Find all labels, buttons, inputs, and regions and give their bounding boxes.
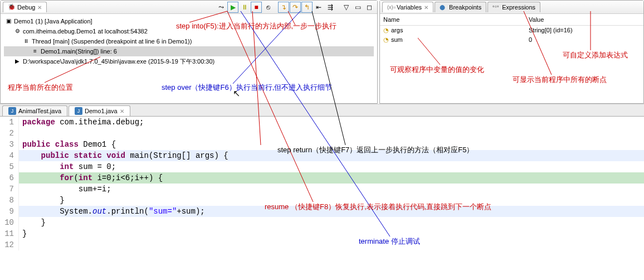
vm-icon: ⚙	[13, 27, 22, 36]
tab-variables[interactable]: Variables ✕	[382, 2, 433, 12]
mouse-cursor-icon: ↖	[233, 88, 240, 99]
breakpoints-icon	[440, 3, 447, 11]
step-into-button[interactable]: ↴	[278, 2, 289, 13]
tree-frame[interactable]: ≡Demo1.main(String[]) line: 6	[4, 46, 374, 56]
col-value-header[interactable]: Value	[529, 16, 640, 23]
tab-expressions[interactable]: Expressions	[487, 2, 540, 12]
java-file-icon: J	[8, 107, 16, 115]
thread-icon: ⏸	[22, 37, 31, 46]
maximize-button[interactable]: ◻	[364, 2, 375, 13]
debug-view: Debug ✕ ⤳ ▶ ⏸ ■ ⎋ ↴ ↷ ↰ ⇤ ⇶ ▽ ▭ ◻	[0, 0, 378, 104]
tab-debug-label: Debug	[17, 4, 35, 11]
step-over-button[interactable]: ↷	[290, 2, 301, 13]
tab-debug[interactable]: Debug ✕	[3, 2, 47, 12]
skip-breakpoints-button[interactable]: ⤳	[216, 2, 227, 13]
line-gutter: 123456789101112	[0, 117, 19, 250]
var-row[interactable]: ◔args String[0] (id=16)	[380, 26, 643, 35]
code-editor[interactable]: 123456789101112 package com.itheima.debu…	[0, 117, 644, 250]
resume-button[interactable]: ▶	[227, 2, 238, 13]
var-bullet-icon: ◔	[383, 36, 389, 43]
view-menu-button[interactable]: ▽	[340, 2, 352, 13]
tab-animaltest[interactable]: JAnimalTest.java	[2, 105, 67, 116]
debug-pane-header: Debug ✕ ⤳ ▶ ⏸ ■ ⎋ ↴ ↷ ↰ ⇤ ⇶ ▽ ▭ ◻	[1, 1, 377, 14]
tab-demo1[interactable]: JDemo1.java✕	[69, 105, 130, 116]
col-name-header[interactable]: Name	[383, 16, 529, 23]
close-icon[interactable]: ✕	[37, 4, 42, 11]
bug-icon	[8, 3, 16, 11]
debug-tree: ▣Demo1 (1) [Java Application] ⚙com.ithei…	[1, 14, 377, 69]
var-bullet-icon: ◔	[383, 27, 389, 33]
tree-thread[interactable]: ⏸Thread [main] (Suspended (breakpoint at…	[4, 36, 374, 46]
code-area[interactable]: package com.itheima.debug; public class …	[19, 117, 644, 250]
java-app-icon: ▣	[4, 17, 13, 26]
tab-expressions-label: Expressions	[502, 4, 535, 11]
tree-process[interactable]: ▶D:\workspace\Java\jdk1.7.0_45\bin\javaw…	[4, 56, 374, 66]
variables-view: Variables ✕ Breakpoints Expressions Name…	[379, 0, 644, 104]
close-icon[interactable]: ✕	[120, 108, 124, 114]
vars-pane-header: Variables ✕ Breakpoints Expressions	[380, 1, 643, 14]
terminate-button[interactable]: ■	[251, 2, 262, 13]
tab-breakpoints-label: Breakpoints	[449, 4, 481, 11]
minimize-button[interactable]: ▭	[352, 2, 363, 13]
editor-tabs: JAnimalTest.java JDemo1.java✕	[0, 104, 644, 117]
expressions-icon	[492, 3, 500, 11]
debug-toolbar: ⤳ ▶ ⏸ ■ ⎋ ↴ ↷ ↰ ⇤ ⇶ ▽ ▭ ◻	[216, 2, 375, 13]
close-icon[interactable]: ✕	[424, 4, 428, 11]
tree-launch[interactable]: ▣Demo1 (1) [Java Application]	[4, 16, 374, 26]
tree-vm[interactable]: ⚙com.itheima.debug.Demo1 at localhost:54…	[4, 26, 374, 36]
java-file-icon: J	[75, 107, 82, 115]
vars-columns: Name Value	[380, 14, 643, 26]
stack-frame-icon: ≡	[31, 47, 40, 56]
tab-breakpoints[interactable]: Breakpoints	[435, 2, 486, 12]
step-filters-button[interactable]: ⇶	[325, 2, 336, 13]
suspend-button[interactable]: ⏸	[239, 2, 250, 13]
step-return-button[interactable]: ↰	[301, 2, 313, 13]
disconnect-button[interactable]: ⎋	[262, 2, 274, 13]
variables-icon	[387, 3, 395, 11]
var-row[interactable]: ◔sum 0	[380, 35, 643, 45]
process-icon: ▶	[13, 57, 22, 66]
tab-variables-label: Variables	[397, 4, 422, 11]
drop-frame-button[interactable]: ⇤	[313, 2, 324, 13]
